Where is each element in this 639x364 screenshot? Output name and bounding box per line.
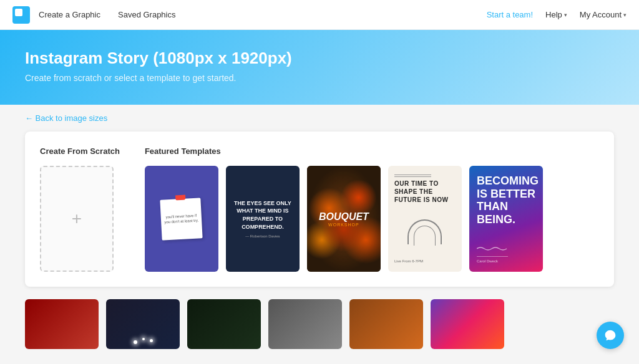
quote-text: THE EYES SEE ONLY WHAT THE MIND IS PREPA…: [233, 199, 292, 231]
our-time-text: OUR TIME TO SHAPE THE FUTURE IS NOW: [394, 180, 456, 204]
section-columns: Create From Scratch + Featured Templates…: [40, 146, 599, 272]
our-time-lines: [394, 175, 456, 177]
back-link[interactable]: ← Back to image sizes: [25, 105, 107, 132]
featured-section-label: Featured Templates: [145, 146, 543, 156]
bouquet-subtitle: Workshop: [319, 223, 369, 227]
quote-author: — Robertson Davies: [233, 234, 292, 238]
note-text: you'll never have if you don't at least …: [161, 211, 202, 228]
account-menu[interactable]: My Account ▾: [580, 10, 627, 19]
becoming-bottom: Carol Dweck: [477, 244, 508, 263]
create-section-label: Create From Scratch: [40, 146, 120, 156]
plus-icon: +: [72, 210, 82, 228]
thumb-stars: [131, 299, 155, 349]
our-time-subtext: Live From 6-7PM: [394, 259, 456, 263]
thumb-colorful[interactable]: [431, 299, 504, 349]
thumb-person[interactable]: [268, 299, 342, 349]
thumb-red[interactable]: [25, 299, 99, 349]
hero-title: Instagram Story (1080px x 1920px): [25, 49, 614, 68]
star-glow-3: [150, 339, 153, 342]
chat-support-button[interactable]: [597, 322, 624, 349]
nav-saved-graphics[interactable]: Saved Graphics: [118, 10, 176, 19]
hero-subtitle: Create from scratch or select a template…: [25, 73, 614, 83]
thumb-wood[interactable]: [349, 299, 423, 349]
becoming-text: BECOMING IS BETTER THAN BEING.: [477, 175, 539, 226]
template-dark-quote[interactable]: THE EYES SEE ONLY WHAT THE MIND IS PREPA…: [226, 166, 300, 272]
note-paper: you'll never have if you don't at least …: [160, 198, 203, 240]
bouquet-title: BOUQUET: [319, 211, 369, 223]
becoming-wave-icon: [477, 246, 508, 251]
our-time-arch-icon: [407, 219, 442, 244]
create-from-scratch-group: Create From Scratch +: [40, 146, 120, 272]
template-bouquet[interactable]: BOUQUET Workshop: [307, 166, 381, 272]
featured-templates-group: Featured Templates you'll never have if …: [145, 146, 543, 272]
star-glow-2: [142, 338, 145, 340]
our-time-line-1: [394, 175, 431, 175]
thumb-dark-people[interactable]: [106, 299, 180, 349]
thumb-dark-plant[interactable]: [187, 299, 261, 349]
template-becoming[interactable]: BECOMING IS BETTER THAN BEING. Carol Dwe…: [469, 166, 543, 272]
our-time-line-2: [394, 176, 431, 177]
account-chevron-icon: ▾: [623, 12, 627, 18]
template-purple-note[interactable]: you'll never have if you don't at least …: [145, 166, 218, 272]
template-card-section: Create From Scratch + Featured Templates…: [25, 132, 614, 287]
quote-content: THE EYES SEE ONLY WHAT THE MIND IS PREPA…: [233, 199, 292, 238]
star-glow-1: [134, 340, 137, 344]
becoming-author: Carol Dweck: [477, 256, 508, 263]
logo: [12, 6, 30, 24]
nav-create-graphic[interactable]: Create a Graphic: [39, 10, 100, 19]
bouquet-content: BOUQUET Workshop: [319, 211, 369, 227]
scratch-card[interactable]: +: [40, 166, 114, 272]
nav-links: Create a Graphic Saved Graphics: [39, 10, 487, 19]
bottom-thumbnails-row: [0, 299, 639, 362]
navbar-right: Start a team! Help ▾ My Account ▾: [487, 10, 627, 19]
start-team-link[interactable]: Start a team!: [487, 10, 533, 19]
help-chevron-icon: ▾: [564, 12, 567, 18]
navbar: Create a Graphic Saved Graphics Start a …: [0, 0, 639, 30]
chat-icon: [604, 329, 617, 342]
template-our-time[interactable]: OUR TIME TO SHAPE THE FUTURE IS NOW Live…: [388, 166, 462, 272]
help-menu[interactable]: Help ▾: [545, 10, 567, 19]
main-content: ← Back to image sizes Create From Scratc…: [0, 105, 639, 287]
our-time-top: OUR TIME TO SHAPE THE FUTURE IS NOW: [394, 175, 456, 204]
scratch-row: +: [40, 166, 120, 272]
hero-banner: Instagram Story (1080px x 1920px) Create…: [0, 30, 639, 105]
featured-templates-row: you'll never have if you don't at least …: [145, 166, 543, 272]
